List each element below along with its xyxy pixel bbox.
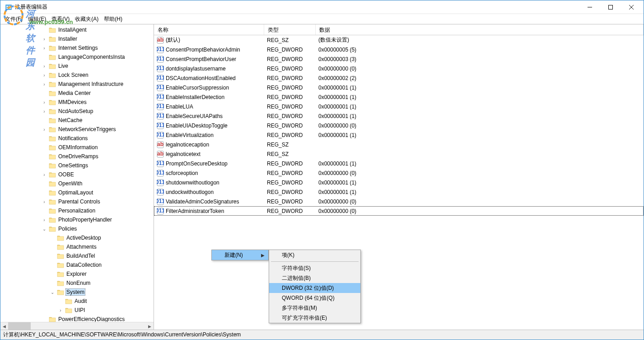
- value-row[interactable]: 011EnableLUAREG_DWORD0x00000001 (1): [154, 102, 644, 111]
- tree-item[interactable]: ›Lock Screen: [0, 71, 154, 80]
- menu-item-new[interactable]: 新建(N) ▶: [212, 250, 268, 260]
- maximize-button[interactable]: [600, 0, 621, 14]
- value-row[interactable]: 011undockwithoutlogonREG_DWORD0x00000001…: [154, 187, 644, 197]
- column-data[interactable]: 数据: [316, 24, 644, 35]
- chevron-right-icon[interactable]: ›: [41, 217, 47, 222]
- tree-item[interactable]: ›ActiveDesktop: [0, 233, 154, 242]
- tree-item[interactable]: ›NonEnum: [0, 279, 154, 288]
- value-row[interactable]: 011PromptOnSecureDesktopREG_DWORD0x00000…: [154, 159, 644, 168]
- tree-item[interactable]: ›Internet Settings: [0, 43, 154, 52]
- menu-view[interactable]: 查看(V): [49, 14, 72, 24]
- chevron-right-icon[interactable]: ›: [41, 109, 47, 114]
- tree-item[interactable]: ›UIPI: [0, 306, 154, 315]
- titlebar[interactable]: 注册表编辑器: [0, 0, 644, 14]
- chevron-right-icon[interactable]: ›: [41, 37, 47, 42]
- chevron-down-icon[interactable]: ⌄: [41, 227, 47, 231]
- value-row[interactable]: ab(默认)REG_SZ(数值未设置): [154, 35, 644, 45]
- menu-item-qword[interactable]: QWORD (64 位)值(Q): [269, 293, 360, 303]
- values-list[interactable]: ab(默认)REG_SZ(数值未设置)011ConsentPromptBehav…: [154, 35, 644, 330]
- menu-favorites[interactable]: 收藏夹(A): [72, 14, 101, 24]
- menu-item-multistring[interactable]: 多字符串值(M): [269, 303, 360, 313]
- value-row[interactable]: 011FilterAdministratorTokenREG_DWORD0x00…: [154, 206, 644, 216]
- tree-scroll[interactable]: ›InstallAgent›Installer›Internet Setting…: [0, 24, 154, 330]
- tree-item[interactable]: ›OOBE: [0, 170, 154, 179]
- folder-icon: [49, 162, 56, 169]
- tree-item[interactable]: ›Parental Controls: [0, 197, 154, 206]
- value-row[interactable]: 011EnableVirtualizationREG_DWORD0x000000…: [154, 130, 644, 140]
- value-row[interactable]: 011DSCAutomationHostEnabledREG_DWORD0x00…: [154, 73, 644, 83]
- scroll-right-icon[interactable]: ▶: [146, 322, 154, 330]
- menu-help[interactable]: 帮助(H): [101, 14, 125, 24]
- value-row[interactable]: 011EnableUIADesktopToggleREG_DWORD0x0000…: [154, 121, 644, 130]
- value-row[interactable]: 011EnableInstallerDetectionREG_DWORD0x00…: [154, 92, 644, 102]
- scroll-thumb[interactable]: [8, 322, 31, 330]
- menu-edit[interactable]: 编辑(E): [25, 14, 49, 24]
- tree-item[interactable]: ›Media Center: [0, 89, 154, 98]
- tree-item[interactable]: ›MMDevices: [0, 98, 154, 107]
- tree-item[interactable]: ›Explorer: [0, 269, 154, 279]
- tree-item[interactable]: ›OptimalLayout: [0, 188, 154, 197]
- menu-item-binary[interactable]: 二进制值(B): [269, 273, 360, 283]
- value-row[interactable]: 011EnableCursorSuppressionREG_DWORD0x000…: [154, 83, 644, 92]
- chevron-right-icon[interactable]: ›: [41, 82, 47, 87]
- close-button[interactable]: [621, 0, 642, 14]
- value-row[interactable]: 011scforceoptionREG_DWORD0x00000000 (0): [154, 168, 644, 178]
- chevron-right-icon[interactable]: ›: [57, 308, 64, 313]
- menubar: 文件(F) 编辑(E) 查看(V) 收藏夹(A) 帮助(H): [0, 14, 644, 24]
- menu-file[interactable]: 文件(F): [2, 14, 25, 24]
- tree-item-label: Explorer: [65, 270, 88, 278]
- menu-item-dword[interactable]: DWORD (32 位)值(D): [269, 283, 360, 293]
- tree-item[interactable]: ›InstallAgent: [0, 25, 154, 34]
- menu-item-expandstring[interactable]: 可扩充字符串值(E): [269, 313, 360, 323]
- value-name: legalnoticetext: [166, 151, 201, 157]
- value-row[interactable]: 011dontdisplaylastusernameREG_DWORD0x000…: [154, 64, 644, 73]
- value-row[interactable]: ablegalnoticetextREG_SZ: [154, 149, 644, 159]
- column-type[interactable]: 类型: [264, 24, 316, 35]
- folder-icon: [57, 253, 64, 259]
- column-name[interactable]: 名称: [154, 24, 264, 35]
- tree-item[interactable]: ›OneDriveRamps: [0, 152, 154, 161]
- tree-item[interactable]: ›Live: [0, 61, 154, 71]
- tree-horizontal-scrollbar[interactable]: ◀ ▶: [0, 322, 154, 330]
- value-row[interactable]: 011ValidateAdminCodeSignaturesREG_DWORD0…: [154, 197, 644, 206]
- folder-icon: [49, 189, 56, 196]
- chevron-right-icon[interactable]: ›: [41, 172, 47, 177]
- chevron-right-icon[interactable]: ›: [41, 100, 47, 105]
- tree-item[interactable]: ›Notifications: [0, 134, 154, 143]
- tree-item[interactable]: ›OneSettings: [0, 161, 154, 170]
- value-row[interactable]: 011shutdownwithoutlogonREG_DWORD0x000000…: [154, 178, 644, 187]
- tree-item[interactable]: ›Attachments: [0, 242, 154, 251]
- tree-item[interactable]: ›DataCollection: [0, 260, 154, 269]
- chevron-right-icon[interactable]: ›: [41, 199, 47, 204]
- tree-item[interactable]: ›NetworkServiceTriggers: [0, 125, 154, 134]
- tree-item[interactable]: ›PhotoPropertyHandler: [0, 215, 154, 224]
- tree-item[interactable]: ›LanguageComponentsInsta: [0, 52, 154, 61]
- menu-item-key[interactable]: 项(K): [269, 250, 360, 260]
- tree-item[interactable]: ›Audit: [0, 297, 154, 306]
- chevron-right-icon[interactable]: ›: [41, 127, 47, 132]
- chevron-right-icon[interactable]: ›: [41, 46, 47, 51]
- chevron-right-icon[interactable]: ›: [41, 64, 47, 69]
- dword-value-icon: 011: [157, 179, 164, 186]
- tree-item[interactable]: ›NcdAutoSetup: [0, 107, 154, 116]
- value-row[interactable]: 011ConsentPromptBehaviorUserREG_DWORD0x0…: [154, 54, 644, 64]
- chevron-right-icon[interactable]: ›: [41, 73, 47, 78]
- tree-item[interactable]: ⌄Policies: [0, 224, 154, 233]
- menu-item-binary-label: 二进制值(B): [282, 274, 311, 282]
- value-row[interactable]: 011ConsentPromptBehaviorAdminREG_DWORD0x…: [154, 45, 644, 54]
- tree-item[interactable]: ›BuildAndTel: [0, 251, 154, 260]
- tree-item[interactable]: ›Installer: [0, 34, 154, 43]
- tree-item[interactable]: ›NetCache: [0, 116, 154, 125]
- value-row[interactable]: ablegalnoticecaptionREG_SZ: [154, 140, 644, 149]
- value-type: REG_SZ: [264, 151, 316, 157]
- minimize-button[interactable]: [579, 0, 600, 14]
- tree-item[interactable]: ›Management Infrastructure: [0, 80, 154, 89]
- tree-item[interactable]: ›OpenWith: [0, 179, 154, 188]
- chevron-down-icon[interactable]: ⌄: [49, 290, 56, 295]
- tree-item[interactable]: ›OEMInformation: [0, 143, 154, 152]
- tree-item[interactable]: ›Personalization: [0, 206, 154, 215]
- value-row[interactable]: 011EnableSecureUIAPathsREG_DWORD0x000000…: [154, 111, 644, 121]
- menu-item-string[interactable]: 字符串值(S): [269, 263, 360, 273]
- scroll-left-icon[interactable]: ◀: [0, 322, 8, 330]
- tree-item[interactable]: ⌄System: [0, 288, 154, 297]
